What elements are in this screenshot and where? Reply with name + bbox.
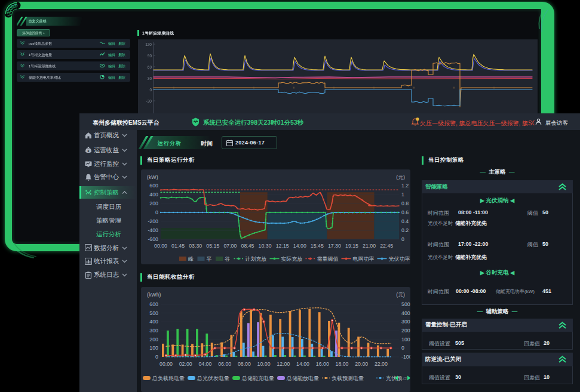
svg-text:10:30: 10:30 <box>259 243 272 249</box>
svg-text:100: 100 <box>401 337 410 342</box>
svg-text:平: 平 <box>207 256 212 262</box>
svg-text:0.6: 0.6 <box>401 209 409 215</box>
svg-text:-400: -400 <box>148 227 158 233</box>
svg-text:600: 600 <box>149 301 158 307</box>
svg-text:20:00: 20:00 <box>355 361 368 367</box>
svg-text:-100: -100 <box>401 354 410 360</box>
svg-text:06:00: 06:00 <box>218 361 231 367</box>
svg-text:16:00: 16:00 <box>316 361 329 367</box>
svg-text:500: 500 <box>149 310 158 316</box>
svg-text:120: 120 <box>145 42 152 47</box>
svg-text:03:30: 03:30 <box>189 243 202 249</box>
svg-text:08:45: 08:45 <box>241 243 254 249</box>
svg-text:30: 30 <box>148 76 152 81</box>
svg-text:22:00: 22:00 <box>375 361 388 367</box>
svg-text:总光伏发电量: 总光伏发电量 <box>197 375 229 381</box>
svg-text:200: 200 <box>149 200 158 206</box>
svg-text:0: 0 <box>401 236 404 242</box>
svg-text:100: 100 <box>149 345 158 351</box>
svg-text:(kWh): (kWh) <box>147 292 161 298</box>
svg-text:600: 600 <box>149 183 158 189</box>
svg-text:0: 0 <box>155 354 158 360</box>
svg-text:12:15: 12:15 <box>276 243 289 249</box>
svg-text:总储能充电量: 总储能充电量 <box>241 375 274 381</box>
svg-text:需量阈值: 需量阈值 <box>317 256 339 262</box>
svg-text:500: 500 <box>401 301 410 307</box>
svg-text:400: 400 <box>401 310 410 316</box>
svg-text:300: 300 <box>149 328 158 334</box>
svg-text:08:00: 08:00 <box>238 361 251 367</box>
svg-text:峰: 峰 <box>188 256 194 262</box>
svg-text:光伏预: 光伏预 <box>386 375 402 381</box>
svg-text:07:00: 07:00 <box>223 243 237 249</box>
svg-text:0: 0 <box>155 209 158 215</box>
svg-text:电网功率: 电网功率 <box>353 256 375 262</box>
svg-text:18:00: 18:00 <box>335 361 348 367</box>
svg-text:200: 200 <box>401 328 410 334</box>
svg-text:00:00: 00:00 <box>159 361 173 367</box>
svg-text:1/2: 1/2 <box>400 376 407 381</box>
svg-text:1: 1 <box>401 192 404 197</box>
svg-text:05:15: 05:15 <box>206 243 219 249</box>
svg-text:-30: -30 <box>146 99 152 103</box>
svg-text:0.8: 0.8 <box>401 200 409 206</box>
svg-text:1.2: 1.2 <box>401 183 409 189</box>
svg-text:60: 60 <box>148 65 152 69</box>
svg-text:300: 300 <box>401 319 410 325</box>
svg-text:负载预测电量: 负载预测电量 <box>332 375 364 381</box>
svg-text:总储能放电量: 总储能放电量 <box>286 375 319 381</box>
svg-text:400: 400 <box>149 192 158 197</box>
svg-text:(kW): (kW) <box>147 174 158 180</box>
svg-text:90: 90 <box>148 54 152 58</box>
svg-text:400: 400 <box>149 319 158 325</box>
svg-text:谷: 谷 <box>225 256 230 262</box>
svg-text:0: 0 <box>149 88 152 92</box>
svg-text:15:45: 15:45 <box>311 243 324 249</box>
svg-text:(元): (元) <box>396 174 405 180</box>
svg-text:0.2: 0.2 <box>401 227 409 233</box>
svg-text:0.4: 0.4 <box>401 218 409 224</box>
svg-text:实际充放: 实际充放 <box>281 256 303 262</box>
svg-text:01:45: 01:45 <box>171 243 185 249</box>
svg-text:17:30: 17:30 <box>328 243 341 249</box>
svg-text:14:00: 14:00 <box>293 243 306 249</box>
svg-text:200: 200 <box>149 337 158 342</box>
svg-text:04:00: 04:00 <box>198 361 211 367</box>
svg-text:12:00: 12:00 <box>277 361 290 367</box>
svg-text:02:00: 02:00 <box>179 361 192 367</box>
svg-text:0: 0 <box>401 345 404 351</box>
svg-text:(元): (元) <box>396 292 405 298</box>
svg-text:-200: -200 <box>148 218 158 224</box>
svg-text:21:00: 21:00 <box>363 243 376 249</box>
svg-text:计划充放: 计划充放 <box>245 256 267 262</box>
svg-text:00:00: 00:00 <box>154 243 167 249</box>
svg-text:光伏功率: 光伏功率 <box>389 256 410 262</box>
svg-text:14:00: 14:00 <box>296 361 309 367</box>
svg-text:-600: -600 <box>148 236 158 242</box>
svg-text:10:00: 10:00 <box>257 361 271 367</box>
svg-text:22:45: 22:45 <box>380 243 393 249</box>
svg-text:19:15: 19:15 <box>345 243 358 249</box>
svg-text:总负载耗电量: 总负载耗电量 <box>152 375 185 381</box>
